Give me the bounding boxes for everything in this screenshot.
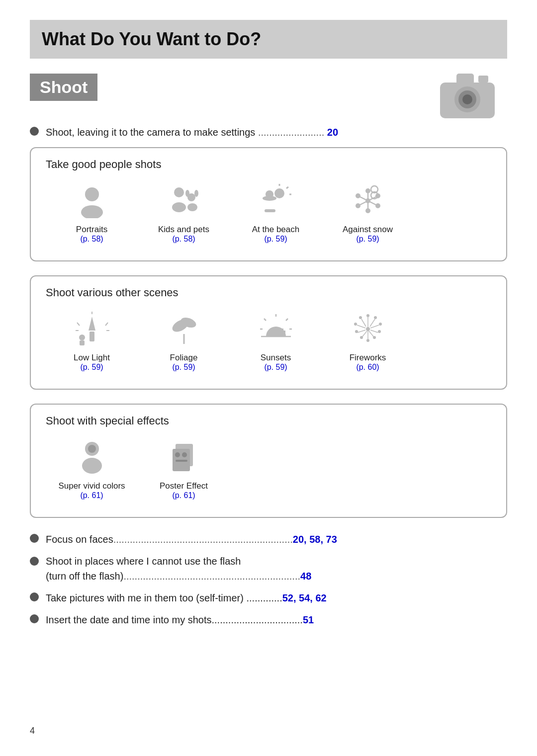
snow-label: Against snow (343, 225, 393, 235)
foliage-page[interactable]: (p. 59) (172, 363, 195, 372)
sunsets-label: Sunsets (261, 353, 291, 363)
svg-point-56 (378, 330, 381, 333)
svg-point-30 (365, 198, 370, 203)
bullet-flash-text: Shoot in places where I cannot use the f… (46, 554, 507, 584)
low-light-icon (72, 309, 112, 349)
svg-line-47 (286, 319, 288, 321)
icon-low-light: Low Light (p. 59) (46, 309, 138, 372)
shoot-bullet-text: Shoot, leaving it to the camera to make … (46, 127, 507, 138)
svg-point-8 (174, 187, 184, 197)
page-header: What Do You Want to Do? (30, 20, 507, 59)
scenes-icons-row: Low Light (p. 59) Foliage (p. 59) (46, 309, 491, 377)
svg-point-19 (266, 190, 273, 198)
section-effects: Shoot with special effects Super vivid c… (30, 404, 507, 518)
svg-point-58 (366, 339, 369, 342)
svg-line-71 (358, 330, 365, 333)
portraits-page[interactable]: (p. 58) (80, 235, 103, 244)
svg-line-37 (105, 323, 108, 326)
svg-rect-41 (80, 340, 85, 345)
snow-page[interactable]: (p. 59) (356, 235, 379, 244)
sunsets-page[interactable]: (p. 59) (264, 363, 287, 372)
icon-beach: At the beach (p. 59) (230, 181, 322, 244)
shoot-label: Shoot (30, 74, 97, 101)
bullet-shoot-flash: Shoot in places where I cannot use the f… (30, 554, 507, 584)
bullet-focus-text: Focus on faces..........................… (46, 532, 507, 547)
svg-line-73 (361, 319, 366, 327)
svg-point-61 (354, 323, 357, 326)
fireworks-label: Fireworks (350, 353, 386, 363)
svg-point-79 (175, 452, 180, 457)
page-title: What Do You Want to Do? (42, 29, 495, 50)
kids-pets-page[interactable]: (p. 58) (172, 235, 195, 244)
svg-point-14 (274, 188, 284, 198)
kids-pets-label: Kids and pets (158, 225, 209, 235)
svg-point-9 (172, 202, 186, 212)
svg-rect-4 (456, 74, 474, 84)
bullet-self-timer: Take pictures with me in them too (self-… (30, 590, 507, 605)
self-timer-pages[interactable]: 52, 54, 62 (282, 592, 327, 603)
svg-line-16 (286, 187, 288, 188)
svg-point-12 (185, 190, 189, 197)
svg-point-54 (374, 316, 377, 319)
svg-rect-20 (265, 209, 275, 212)
snow-icon (348, 181, 388, 221)
svg-point-75 (82, 458, 102, 474)
icon-sunsets: Sunsets (p. 59) (230, 309, 322, 372)
bullet-focus-faces: Focus on faces..........................… (30, 532, 507, 547)
svg-line-68 (369, 331, 373, 336)
focus-faces-pages[interactable]: 20, 58, 73 (293, 534, 337, 545)
fireworks-page[interactable]: (p. 60) (356, 363, 379, 372)
beach-page[interactable]: (p. 59) (264, 235, 287, 244)
beach-icon (256, 181, 296, 221)
foliage-label: Foliage (170, 353, 198, 363)
svg-line-66 (370, 325, 379, 328)
svg-point-80 (182, 452, 187, 457)
bullet-dot-4 (30, 614, 39, 623)
icon-foliage: Foliage (p. 59) (138, 309, 230, 372)
svg-line-70 (362, 331, 367, 336)
svg-rect-81 (176, 460, 187, 462)
flash-page[interactable]: 48 (300, 571, 311, 582)
section-scenes: Shoot various other scenes (30, 275, 507, 390)
poster-icon (164, 437, 204, 477)
beach-label: At the beach (252, 225, 299, 235)
svg-point-13 (194, 190, 198, 197)
section-effects-title: Shoot with special effects (46, 415, 491, 427)
date-page[interactable]: 51 (303, 614, 314, 625)
svg-point-3 (462, 94, 472, 104)
icon-portraits: Portraits (p. 58) (46, 181, 138, 244)
kids-pets-icon (164, 181, 204, 221)
section-people-title: Take good people shots (46, 158, 491, 171)
svg-rect-33 (90, 332, 94, 341)
shoot-header-row: Shoot (30, 74, 507, 120)
portraits-icon (72, 181, 112, 221)
svg-point-6 (85, 187, 99, 201)
svg-point-62 (359, 316, 362, 319)
people-icons-row: Portraits (p. 58) Kids and pets (p. 58) (46, 181, 491, 249)
svg-point-76 (88, 445, 96, 453)
bullet-dot (30, 127, 39, 136)
icon-kids-pets: Kids and pets (p. 58) (138, 181, 230, 244)
poster-page[interactable]: (p. 61) (172, 491, 195, 500)
portraits-label: Portraits (76, 225, 107, 235)
icon-vivid: Super vivid colors (p. 61) (46, 437, 138, 500)
sunsets-icon (256, 309, 296, 349)
section-scenes-title: Shoot various other scenes (46, 286, 491, 299)
poster-label: Poster Effect (160, 481, 208, 491)
shoot-bullet: Shoot, leaving it to the camera to make … (30, 125, 507, 138)
shoot-block: Shoot (30, 74, 438, 110)
low-light-page[interactable]: (p. 59) (80, 363, 103, 372)
svg-line-65 (370, 319, 375, 327)
svg-rect-52 (281, 329, 283, 332)
page-number: 4 (30, 726, 35, 736)
vivid-page[interactable]: (p. 61) (80, 491, 103, 500)
icon-snow: Against snow (p. 59) (322, 181, 414, 244)
section-people: Take good people shots Portraits (p. 58) (30, 147, 507, 261)
effects-icons-row: Super vivid colors (p. 61) Poster Effect… (46, 437, 491, 505)
svg-point-40 (79, 335, 85, 340)
bullet-self-timer-text: Take pictures with me in them too (self-… (46, 590, 507, 605)
svg-point-55 (379, 323, 382, 326)
svg-point-7 (81, 205, 103, 218)
shoot-bullet-page[interactable]: 20 (327, 127, 338, 138)
vivid-label: Super vivid colors (58, 481, 125, 491)
